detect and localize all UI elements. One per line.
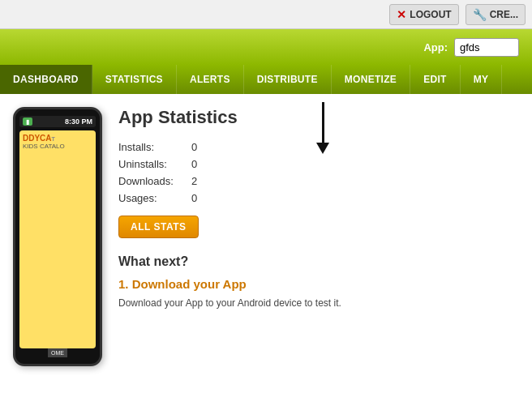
- what-next-title: What next?: [118, 254, 519, 269]
- nav-edit[interactable]: EDIT: [410, 65, 461, 94]
- nav-monetize[interactable]: MONETIZE: [332, 65, 410, 94]
- downloads-value: 2: [191, 175, 197, 187]
- nav-alerts[interactable]: ALERTS: [177, 65, 244, 94]
- stat-row-downloads: Downloads: 2: [118, 175, 519, 187]
- create-button[interactable]: 🔧 CRE...: [466, 4, 526, 25]
- wrench-icon: 🔧: [473, 8, 487, 21]
- stat-row-usages: Usages: 0: [118, 192, 519, 204]
- downloads-label: Downloads:: [118, 175, 191, 187]
- logout-label: LOGOUT: [410, 9, 451, 20]
- download-app-title: 1. Download your App: [118, 277, 519, 291]
- usages-value: 0: [191, 192, 197, 204]
- nav-dashboard[interactable]: DASHBOARD: [0, 65, 92, 94]
- app-bar: App:: [0, 29, 532, 65]
- download-app-desc: Download your App to your Android device…: [118, 296, 519, 310]
- signal-icon: ▮: [23, 117, 32, 126]
- uninstalls-label: Uninstalls:: [118, 158, 191, 170]
- arrow-line: [322, 102, 324, 143]
- nav-distribute[interactable]: DISTRIBUTE: [244, 65, 332, 94]
- arrow-annotation: [316, 102, 329, 154]
- arrow-head: [316, 143, 329, 154]
- phone-mockup: ▮ 8:30 PM DDYCAT KIDS CATALO OME: [13, 107, 102, 366]
- phone-time: 8:30 PM: [65, 117, 92, 126]
- phone-app-subtitle: KIDS CATALO: [23, 143, 92, 150]
- nav-statistics[interactable]: STATISTICS: [92, 65, 177, 94]
- app-label: App:: [423, 41, 448, 53]
- app-input[interactable]: [454, 38, 519, 57]
- stat-row-uninstalls: Uninstalls: 0: [118, 158, 519, 170]
- top-bar: ✕ LOGOUT 🔧 CRE...: [0, 0, 532, 29]
- phone-status-bar: ▮ 8:30 PM: [19, 116, 96, 127]
- phone-screen-content: DDYCAT KIDS CATALO: [19, 130, 96, 348]
- phone-nav-bar: OME: [48, 348, 67, 357]
- main-content: ▮ 8:30 PM DDYCAT KIDS CATALO OME App Sta…: [0, 94, 532, 379]
- x-icon: ✕: [397, 8, 406, 21]
- phone-screen: DDYCAT KIDS CATALO: [19, 130, 96, 348]
- installs-value: 0: [191, 141, 197, 153]
- phone-app-title: DDYCAT: [23, 134, 92, 143]
- create-label: CRE...: [490, 9, 518, 20]
- all-stats-button[interactable]: ALL STATS: [118, 216, 199, 238]
- installs-label: Installs:: [118, 141, 191, 153]
- nav-bar: DASHBOARD STATISTICS ALERTS DISTRIBUTE M…: [0, 65, 532, 94]
- usages-label: Usages:: [118, 192, 191, 204]
- nav-my[interactable]: MY: [461, 65, 503, 94]
- uninstalls-value: 0: [191, 158, 197, 170]
- logout-button[interactable]: ✕ LOGOUT: [389, 4, 458, 25]
